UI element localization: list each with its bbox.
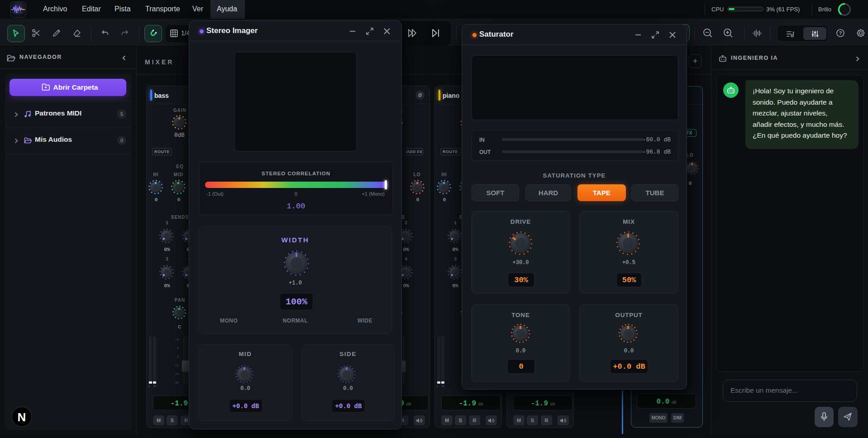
svg-text:?: ?	[839, 30, 842, 36]
